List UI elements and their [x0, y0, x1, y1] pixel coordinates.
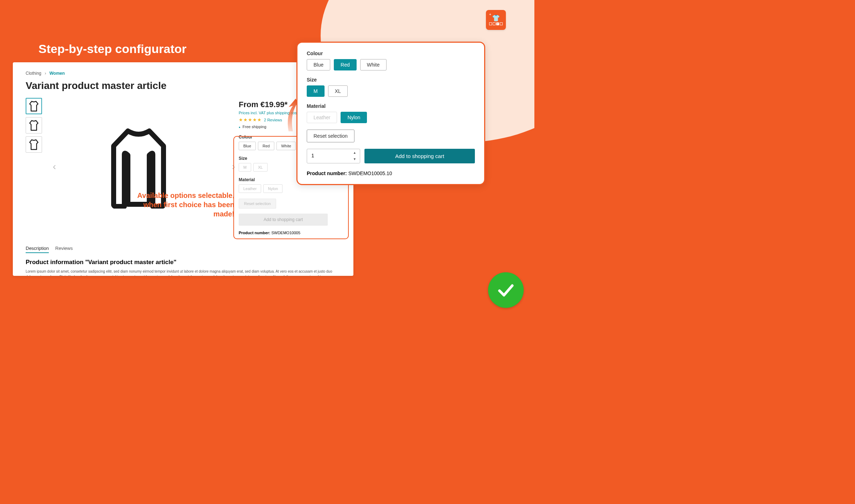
material-option-leather: Leather — [307, 112, 337, 123]
reviews-link[interactable]: 2 Reviews — [264, 118, 282, 122]
product-number: Product number: SWDEMO10005.10 — [307, 170, 475, 176]
prodnum-label: Product number: — [239, 231, 270, 235]
callout-left: Available options selectable, when first… — [128, 191, 234, 219]
tab-reviews[interactable]: Reviews — [55, 246, 73, 253]
product-number-small: Product number: SWDEMO10005 — [239, 231, 342, 235]
prodnum-value: SWDEMO10005 — [271, 231, 300, 235]
breadcrumb-root[interactable]: Clothing — [26, 71, 41, 76]
colour-option[interactable]: White — [276, 142, 296, 150]
thumbnail-red[interactable] — [26, 98, 42, 114]
reset-button-disabled: Reset selection — [239, 199, 276, 209]
info-body: Lorem ipsum dolor sit amet, consetetur s… — [26, 269, 342, 276]
colour-option-blue[interactable]: Blue — [307, 59, 330, 70]
quantity-value: 1 — [311, 153, 314, 158]
material-option-disabled: Leather — [239, 184, 261, 193]
chevron-right-icon: › — [45, 71, 46, 76]
material-option-disabled: Nylon — [263, 184, 283, 193]
icon-boxes — [489, 22, 503, 25]
gallery-prev-icon[interactable]: ‹ — [53, 161, 56, 172]
add-to-cart-button[interactable]: Add to shopping cart — [364, 149, 475, 163]
caret-down-icon[interactable]: ▼ — [353, 158, 356, 161]
slide-title: Step-by-step configurator — [38, 42, 187, 56]
material-label: Material — [307, 103, 475, 109]
colour-label: Colour — [307, 51, 475, 56]
thumbnail-column — [26, 98, 42, 235]
info-heading: Product information "Variant product mas… — [26, 259, 342, 266]
plugin-icon: 👕 — [486, 10, 506, 30]
size-option-m[interactable]: M — [307, 85, 325, 97]
product-title: Variant product master article — [26, 80, 342, 91]
tab-description[interactable]: Description — [26, 246, 49, 253]
tabs: Description Reviews — [26, 246, 342, 253]
success-check-icon — [488, 272, 524, 308]
breadcrumb-current[interactable]: Women — [50, 71, 65, 76]
shirt-icon: 👕 — [492, 15, 500, 21]
size-label: Size — [307, 77, 475, 83]
add-to-cart-disabled: Add to shopping cart — [239, 214, 328, 226]
colour-option-white[interactable]: White — [360, 59, 387, 70]
colour-option[interactable]: Red — [258, 142, 274, 150]
configurator-popup: Colour Blue Red White Size M XL Material… — [296, 42, 485, 185]
size-option-disabled: XL — [253, 163, 267, 172]
colour-option[interactable]: Blue — [239, 142, 256, 150]
material-option-nylon[interactable]: Nylon — [341, 112, 367, 123]
prodnum-value: SWDEMO10005.10 — [348, 170, 392, 176]
thumbnail-white[interactable] — [26, 136, 42, 153]
colour-option-red[interactable]: Red — [334, 59, 357, 70]
breadcrumb: Clothing › Women — [26, 71, 342, 76]
size-option-disabled: M — [239, 163, 251, 172]
reset-button[interactable]: Reset selection — [307, 130, 354, 142]
size-option-xl[interactable]: XL — [328, 85, 348, 97]
thumbnail-blue[interactable] — [26, 117, 42, 133]
prodnum-label: Product number: — [307, 170, 347, 176]
caret-up-icon[interactable]: ▲ — [353, 151, 356, 154]
gallery-next-icon[interactable]: › — [232, 161, 235, 172]
quantity-stepper[interactable]: 1 ▲ ▼ — [307, 149, 360, 163]
